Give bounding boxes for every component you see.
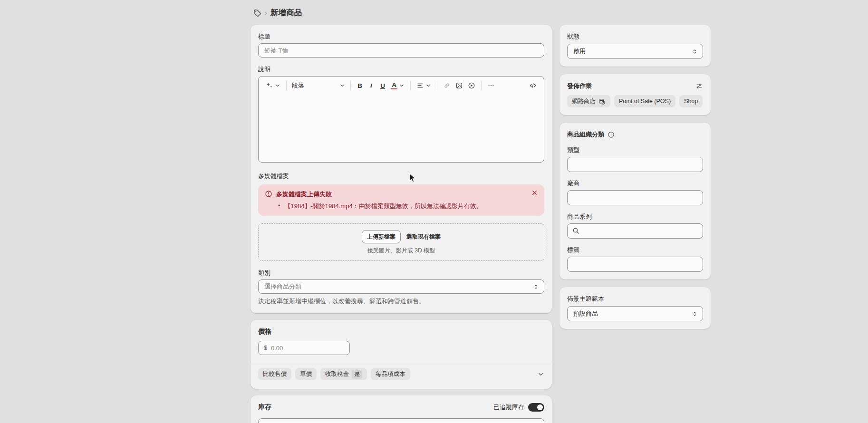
- tags-label: 標籤: [567, 246, 703, 254]
- compare-at-price-chip[interactable]: 比較售價: [258, 368, 291, 380]
- dropzone-hint: 接受圖片、影片或 3D 模型: [259, 247, 544, 255]
- title-label: 標題: [258, 32, 544, 41]
- insert-video-button[interactable]: [465, 80, 478, 91]
- charge-tax-label: 收取稅金: [325, 370, 349, 378]
- error-detail-text: 【1984】-關於1984.mp4：由於檔案類型無效，所以無法確認影片有效。: [285, 202, 482, 211]
- vendor-label: 廠商: [567, 179, 703, 188]
- manage-publishing-button[interactable]: [695, 82, 703, 90]
- charge-tax-value: 是: [352, 370, 362, 379]
- insert-image-button[interactable]: [453, 80, 465, 91]
- breadcrumb: › 新增商品: [251, 5, 711, 21]
- track-inventory-toggle[interactable]: [528, 403, 544, 412]
- cost-per-item-chip[interactable]: 每品項成本: [371, 368, 410, 380]
- rich-text-editor: 段落 B I U A: [258, 76, 544, 163]
- status-select[interactable]: 啟用: [567, 44, 703, 59]
- currency-prefix: $: [264, 344, 267, 351]
- channel-shop-chip[interactable]: Shop: [679, 95, 703, 107]
- chevron-down-icon: [425, 83, 431, 88]
- link-icon: [443, 82, 451, 89]
- organization-info-button[interactable]: [608, 131, 615, 138]
- tags-input[interactable]: [567, 257, 703, 272]
- category-label: 類別: [258, 269, 544, 277]
- align-left-icon: [416, 82, 424, 89]
- error-title: 多媒體檔案上傳失敗: [276, 190, 528, 199]
- page-content: › 新增商品 標題 說明: [251, 5, 711, 423]
- caret-updown-icon: [692, 311, 698, 317]
- description-textarea[interactable]: [259, 95, 544, 162]
- media-upload-error-banner: 多媒體檔案上傳失敗 • 【1984】-關於1984.mp4：由於檔案類型無效，所…: [258, 184, 544, 216]
- media-label: 多媒體檔案: [258, 172, 544, 181]
- paragraph-style-dropdown[interactable]: 段落: [290, 79, 347, 92]
- video-play-icon: [468, 82, 475, 89]
- product-details-card: 標題 說明 段落: [251, 25, 552, 313]
- title-input[interactable]: [258, 43, 544, 58]
- organization-card: 商品組織分類 類型 廠商 商品系列: [559, 123, 711, 279]
- vendor-input[interactable]: [567, 190, 703, 205]
- category-select[interactable]: 選擇商品分類: [258, 279, 544, 294]
- dismiss-error-button[interactable]: [531, 190, 538, 196]
- inventory-card: 庫存 已追蹤庫存: [251, 395, 552, 423]
- chevron-down-icon: [399, 83, 405, 88]
- chevron-down-icon: [275, 83, 280, 88]
- theme-template-label: 佈景主題範本: [567, 295, 703, 303]
- track-inventory-label: 已追蹤庫存: [493, 403, 524, 412]
- chevron-down-icon: [339, 83, 345, 88]
- show-html-button[interactable]: [527, 80, 539, 91]
- theme-template-card: 佈景主題範本 預設商品: [559, 287, 711, 329]
- paragraph-style-label: 段落: [292, 81, 304, 90]
- status-card: 狀態 啟用: [559, 25, 711, 67]
- price-input[interactable]: [258, 341, 350, 355]
- ai-magic-button[interactable]: [263, 80, 283, 91]
- channel-online-store-chip[interactable]: 網路商店: [567, 95, 610, 107]
- category-helper-text: 決定稅率並新增中繼欄位，以改善搜尋、篩選和跨管道銷售。: [258, 297, 544, 306]
- text-align-button[interactable]: [414, 80, 434, 91]
- products-tag-icon[interactable]: [253, 9, 261, 17]
- bullet: •: [278, 202, 280, 211]
- alert-circle-icon: [265, 190, 272, 198]
- calendar-clock-icon: [598, 98, 606, 105]
- status-label: 狀態: [567, 32, 703, 41]
- search-icon: [572, 227, 580, 235]
- channel-label: 網路商店: [572, 97, 596, 106]
- more-options-button[interactable]: [485, 80, 497, 91]
- inventory-quantity-input[interactable]: [258, 418, 544, 423]
- collections-label: 商品系列: [567, 212, 703, 221]
- pricing-heading: 價格: [258, 327, 544, 336]
- caret-updown-icon: [692, 48, 698, 55]
- pricing-card: 價格 $ 比較售價 單價 收取稅金 是 每品項成本: [251, 320, 552, 389]
- organization-heading: 商品組織分類: [567, 130, 604, 139]
- type-input[interactable]: [567, 157, 703, 172]
- category-placeholder: 選擇商品分類: [264, 282, 301, 291]
- image-icon: [455, 82, 463, 89]
- collections-search-input[interactable]: [567, 223, 703, 239]
- caret-updown-icon: [533, 284, 539, 290]
- error-detail-row: • 【1984】-關於1984.mp4：由於檔案類型無效，所以無法確認影片有效。: [265, 202, 538, 211]
- channel-pos-chip[interactable]: Point of Sale (POS): [614, 95, 675, 107]
- select-existing-file-button[interactable]: 選取現有檔案: [406, 233, 441, 241]
- publishing-card: 發佈作業 網路商店: [559, 74, 711, 115]
- bold-button[interactable]: B: [354, 80, 366, 91]
- pricing-collapse-button[interactable]: [537, 371, 544, 378]
- editor-toolbar: 段落 B I U A: [259, 77, 544, 95]
- italic-button[interactable]: I: [366, 80, 377, 91]
- type-label: 類型: [567, 146, 703, 154]
- unit-price-chip[interactable]: 單價: [295, 368, 317, 380]
- media-dropzone[interactable]: 上傳新檔案 選取現有檔案 接受圖片、影片或 3D 模型: [258, 223, 544, 261]
- status-value: 啟用: [573, 47, 586, 56]
- description-label: 說明: [258, 65, 544, 74]
- adjust-sliders-icon: [695, 82, 703, 90]
- text-color-button[interactable]: A: [388, 80, 407, 91]
- theme-template-select[interactable]: 預設商品: [567, 306, 703, 321]
- charge-tax-chip[interactable]: 收取稅金 是: [320, 368, 367, 380]
- divider: [251, 362, 552, 362]
- underline-button[interactable]: U: [377, 80, 388, 91]
- theme-template-value: 預設商品: [573, 309, 598, 318]
- insert-link-button[interactable]: [441, 80, 453, 91]
- chevron-down-icon: [537, 371, 544, 378]
- code-icon: [529, 82, 537, 89]
- publishing-heading: 發佈作業: [567, 82, 592, 90]
- page-title: 新增商品: [270, 8, 302, 18]
- info-icon: [608, 131, 615, 138]
- upload-new-file-button[interactable]: 上傳新檔案: [362, 230, 401, 243]
- inventory-heading: 庫存: [258, 403, 271, 412]
